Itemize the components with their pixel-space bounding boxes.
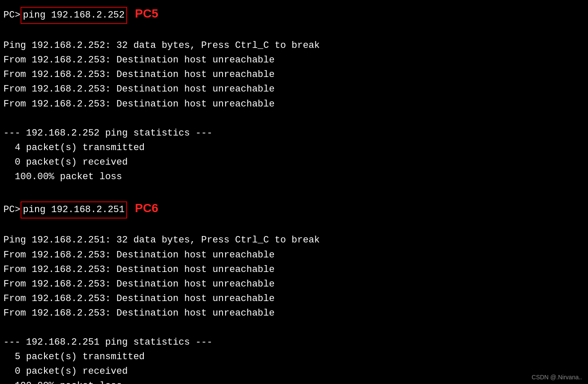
pc6-stats-1: 5 packet(s) transmitted — [3, 350, 585, 364]
pc6-stats-3: 100.00% packet loss — [3, 379, 585, 384]
pc5-prompt: PC> — [3, 8, 21, 23]
blank-5 — [3, 321, 585, 335]
pc5-stats-0: --- 192.168.2.252 ping statistics --- — [3, 126, 585, 141]
pc6-command-box: ping 192.168.2.251 — [21, 201, 128, 219]
blank-2 — [3, 112, 585, 126]
pc6-label: PC6 — [135, 199, 158, 217]
pc6-output-3: From 192.168.2.253: Destination host unr… — [3, 277, 585, 292]
pc5-output-4: From 192.168.2.253: Destination host unr… — [3, 97, 585, 112]
watermark-text: CSDN @.Nirvana.. — [532, 374, 582, 381]
pc6-output-4: From 192.168.2.253: Destination host unr… — [3, 292, 585, 306]
pc6-stats-2: 0 packet(s) received — [3, 364, 585, 379]
pc5-label: PC5 — [135, 4, 158, 23]
terminal-window: PC>ping 192.168.2.252PC5 Ping 192.168.2.… — [0, 0, 588, 384]
pc5-output-1: From 192.168.2.253: Destination host unr… — [3, 53, 585, 68]
pc5-output-3: From 192.168.2.253: Destination host unr… — [3, 82, 585, 97]
pc6-output-5: From 192.168.2.253: Destination host unr… — [3, 306, 585, 321]
pc5-output-0: Ping 192.168.2.252: 32 data bytes, Press… — [3, 38, 585, 53]
pc5-command-line: PC>ping 192.168.2.252PC5 — [3, 4, 585, 24]
pc5-command-box: ping 192.168.2.252 — [21, 7, 128, 24]
blank-1 — [3, 24, 585, 38]
pc6-command-line: PC>ping 192.168.2.251PC6 — [3, 199, 585, 219]
blank-3 — [3, 184, 585, 199]
blank-4 — [3, 219, 585, 233]
pc6-output-1: From 192.168.2.253: Destination host unr… — [3, 248, 585, 263]
pc6-prompt: PC> — [3, 203, 21, 217]
pc6-stats-0: --- 192.168.2.251 ping statistics --- — [3, 335, 585, 350]
pc5-stats-3: 100.00% packet loss — [3, 170, 585, 184]
pc5-stats-2: 0 packet(s) received — [3, 155, 585, 170]
pc5-output-2: From 192.168.2.253: Destination host unr… — [3, 68, 585, 82]
pc5-stats-1: 4 packet(s) transmitted — [3, 141, 585, 155]
pc6-output-0: Ping 192.168.2.251: 32 data bytes, Press… — [3, 233, 585, 248]
pc6-output-2: From 192.168.2.253: Destination host unr… — [3, 263, 585, 277]
